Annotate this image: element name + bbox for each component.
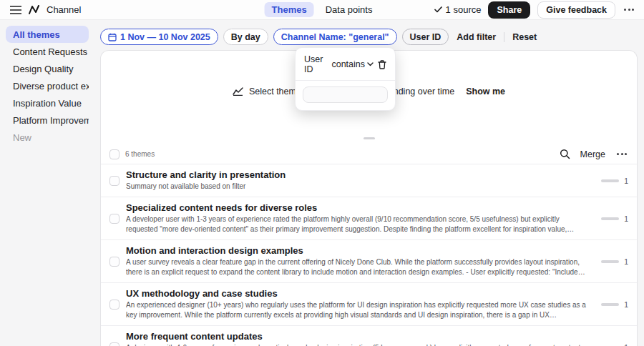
source-label: 1 source [446,4,482,15]
theme-volume-bar [601,217,619,220]
themes-count: 6 themes [125,150,155,158]
theme-title: More frequent content updates [126,331,590,342]
view-tabs: Themes Data points [265,2,380,17]
operator-label: contains [331,59,365,69]
channel-filter-label: Channel Name: "general" [281,32,389,42]
sidebar-item-inspiration-value[interactable]: Inspiration Value [6,94,89,112]
line-chart-icon [233,87,243,96]
channel-filter[interactable]: Channel Name: "general" [273,29,397,45]
calendar-icon [108,33,117,41]
theme-checkbox[interactable] [109,257,119,267]
give-feedback-button[interactable]: Give feedback [537,1,615,19]
theme-row[interactable]: UX methodology and case studies An exper… [101,282,637,325]
check-icon [434,6,442,13]
popup-field-label: User ID [304,54,323,74]
source-status[interactable]: 1 source [434,4,482,15]
theme-row[interactable]: More frequent content updates A designer… [101,325,637,346]
user-id-filter[interactable]: User ID [402,29,449,45]
theme-count: 1 [624,257,628,266]
theme-title: Motion and interaction design examples [126,245,590,256]
app-title: Channel [47,4,81,15]
themes-list-header: 6 themes Merge [101,144,637,164]
theme-summary: Summary not available based on filter [126,182,590,192]
sidebar-item-platform-improvements[interactable]: Platform Improveme... [6,112,89,129]
theme-summary: A developer user with 1-3 years of exper… [126,214,590,234]
date-range-label: 1 Nov — 10 Nov 2025 [120,32,210,42]
theme-title: Structure and clarity in presentation [126,169,590,180]
sidebar-item-diverse-product-examples[interactable]: Diverse product exa... [6,77,89,94]
reset-filters-button[interactable]: Reset [509,32,540,42]
sidebar-item-content-requests[interactable]: Content Requests [6,43,89,60]
tab-data-points[interactable]: Data points [318,2,380,17]
show-me-button[interactable]: Show me [466,86,505,97]
themes-list: Structure and clarity in presentation Su… [101,164,637,346]
theme-row[interactable]: Motion and interaction design examples A… [101,239,637,282]
theme-checkbox[interactable] [109,214,119,224]
theme-row[interactable]: Structure and clarity in presentation Su… [101,164,637,197]
theme-checkbox[interactable] [109,342,119,346]
search-icon[interactable] [560,149,570,159]
theme-checkbox[interactable] [109,176,119,186]
sidebar-item-new[interactable]: New [6,129,89,146]
more-options-icon[interactable] [623,7,635,12]
granularity-label: By day [231,32,260,42]
theme-checkbox[interactable] [109,300,119,310]
user-id-filter-popup: User ID contains [295,47,396,111]
filter-divider [504,32,504,42]
themes-sidebar: All themes Content Requests Design Quali… [0,26,94,146]
share-button[interactable]: Share [488,1,530,19]
theme-volume-bar [601,303,619,306]
select-all-checkbox[interactable] [109,149,119,159]
app-logo-icon [29,5,39,14]
add-filter-button[interactable]: Add filter [454,32,499,42]
menu-icon[interactable] [10,6,21,14]
theme-volume-bar [601,260,619,263]
sidebar-item-all-themes[interactable]: All themes [6,26,89,43]
theme-count: 1 [624,343,628,346]
theme-title: Specialized content needs for diverse ro… [126,202,590,213]
panel-resize-handle[interactable] [364,137,375,139]
theme-title: UX methodology and case studies [126,288,590,299]
theme-count: 1 [624,177,628,185]
theme-summary: A user survey reveals a clear feature ga… [126,257,590,277]
theme-count: 1 [624,300,628,309]
theme-count: 1 [624,214,628,223]
sidebar-item-design-quality[interactable]: Design Quality [6,60,89,77]
tab-themes[interactable]: Themes [265,2,314,17]
list-more-options-icon[interactable] [615,152,628,157]
chevron-down-icon [367,62,374,66]
filter-value-input[interactable] [303,86,388,103]
theme-summary: An experienced designer (10+ years) who … [126,300,590,320]
merge-button[interactable]: Merge [580,149,605,159]
theme-volume-bar [601,179,619,182]
operator-dropdown[interactable]: contains [331,59,374,69]
theme-summary: A designer with 4-6 years of experience … [126,343,590,346]
topbar: Channel Themes Data points 1 source Shar… [0,0,644,20]
granularity-filter[interactable]: By day [223,29,268,45]
user-id-filter-label: User ID [410,32,441,42]
theme-row[interactable]: Specialized content needs for diverse ro… [101,197,637,239]
delete-filter-icon[interactable] [378,60,386,69]
filter-bar: 1 Nov — 10 Nov 2025 By day Channel Name:… [100,29,540,45]
date-range-filter[interactable]: 1 Nov — 10 Nov 2025 [100,29,218,45]
